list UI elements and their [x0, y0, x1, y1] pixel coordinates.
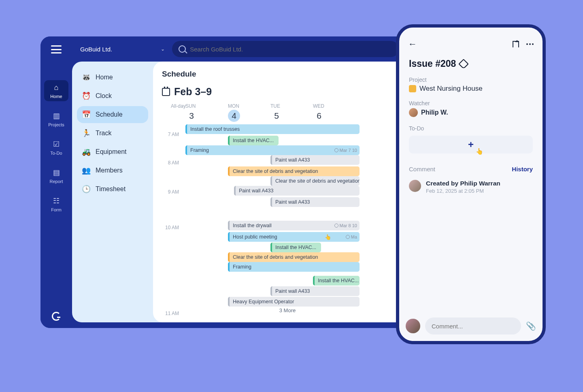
- hour-label: 8 AM: [162, 160, 182, 166]
- hour-label: 7 AM: [162, 132, 182, 137]
- rail-home-label: Home: [50, 94, 62, 99]
- equipment-icon: 🚜: [82, 147, 91, 156]
- rail-form-label: Form: [51, 207, 62, 212]
- sidebar-item-equipment[interactable]: 🚜Equipment: [77, 143, 148, 160]
- allday-label: All-day: [171, 103, 186, 109]
- comment-input-wrap[interactable]: [425, 317, 521, 334]
- todo-icon: ☑: [51, 139, 61, 149]
- avatar-icon: [409, 180, 421, 192]
- hour-label: 10 AM: [162, 225, 182, 230]
- comment-bar: 📎: [399, 311, 543, 341]
- day-col-wed[interactable]: WED6: [313, 103, 355, 122]
- day-col-sun[interactable]: SUN3: [185, 103, 228, 122]
- sidebar-item-track[interactable]: 🏃Track: [77, 125, 148, 142]
- event-block[interactable]: Paint wall A433: [270, 286, 360, 296]
- sidebar-item-schedule[interactable]: 📅Schedule: [77, 106, 148, 123]
- event-block[interactable]: Paint wall A433: [270, 155, 360, 165]
- menu-icon[interactable]: [51, 45, 62, 53]
- avatar-icon: [409, 108, 418, 117]
- comment-input[interactable]: [432, 323, 515, 330]
- project-row[interactable]: West Nursing House: [399, 83, 543, 100]
- rail-todo[interactable]: ☑ To-Do: [44, 137, 68, 158]
- day-num: 4: [228, 110, 240, 122]
- project-name: West Nursing House: [419, 85, 483, 93]
- sidebar-label: Clock: [96, 92, 112, 100]
- event-block[interactable]: Clear the site of debris and vegetation: [228, 166, 360, 176]
- event-block[interactable]: Install the HVAC...: [313, 276, 360, 285]
- sidebar-item-timesheet[interactable]: 🕒Timesheet: [77, 181, 148, 198]
- date-range-text: Feb 3–9: [174, 86, 212, 98]
- icon-rail: ⌂ Home ▥ Projects ☑ To-Do ▤ Report ☷ For…: [40, 36, 72, 328]
- search-input[interactable]: [190, 46, 392, 53]
- issue-title: Issue #208: [409, 58, 456, 69]
- watcher-label: Watcher: [399, 100, 543, 107]
- more-icon[interactable]: [526, 43, 534, 45]
- share-icon[interactable]: [513, 41, 519, 47]
- search-bar[interactable]: [172, 41, 399, 57]
- cursor-hand-icon: 👆: [325, 234, 331, 240]
- sidebar-item-home[interactable]: 🦝Home: [77, 69, 148, 86]
- edit-icon[interactable]: [459, 59, 469, 69]
- sidebar-label: Home: [96, 74, 113, 81]
- event-block[interactable]: Install the HVAC...: [270, 243, 321, 252]
- attach-icon[interactable]: 📎: [526, 321, 536, 331]
- search-icon: [179, 45, 186, 53]
- day-num: 5: [270, 110, 283, 122]
- form-icon: ☷: [51, 196, 61, 206]
- event-block[interactable]: Framing Mar 7 10: [185, 145, 360, 155]
- sidebar-label: Equipment: [96, 148, 127, 156]
- rail-report-label: Report: [49, 179, 63, 184]
- rail-home[interactable]: ⌂ Home: [44, 80, 68, 101]
- event-block[interactable]: Install the roof trusses: [185, 124, 360, 134]
- rail-projects[interactable]: ▥ Projects: [44, 109, 68, 130]
- org-selector[interactable]: GoBuid Ltd. ⌄: [80, 46, 165, 53]
- sidebar-item-clock[interactable]: ⏰Clock: [77, 87, 148, 104]
- rail-todo-label: To-Do: [50, 151, 62, 156]
- sidebar-label: Timesheet: [96, 185, 126, 193]
- brand-logo-icon: [52, 312, 61, 321]
- event-block[interactable]: Host public meeting Ma👆: [228, 232, 360, 242]
- event-block[interactable]: Paint wall A433: [234, 186, 360, 196]
- sidebar-item-members[interactable]: 👥Members: [77, 162, 148, 179]
- tab-comment[interactable]: Comment: [409, 166, 435, 173]
- add-todo-button[interactable]: + 👆: [409, 136, 533, 153]
- clock-icon: ⏰: [82, 92, 91, 100]
- projects-icon: ▥: [51, 111, 61, 121]
- issue-detail-phone: ← Issue #208 Project West Nursing House …: [396, 24, 546, 344]
- event-block[interactable]: Framing: [228, 262, 360, 272]
- track-icon: 🏃: [82, 129, 91, 138]
- chevron-down-icon: ⌄: [161, 46, 165, 52]
- activity-text: Created by Philip Warran: [426, 180, 500, 187]
- day-num: 3: [185, 110, 198, 122]
- plus-icon: +: [468, 139, 474, 150]
- more-events[interactable]: 3 More: [247, 307, 328, 313]
- event-block[interactable]: Clear the site of debris and vegetation: [270, 176, 360, 186]
- event-block[interactable]: Install the HVAC...: [228, 136, 279, 145]
- event-block[interactable]: Heavy Equipment Operator: [228, 297, 360, 307]
- calendar-icon: 📅: [82, 110, 91, 119]
- rail-form[interactable]: ☷ Form: [44, 194, 68, 215]
- event-meta: Ma: [346, 234, 357, 239]
- tab-history[interactable]: History: [512, 166, 533, 173]
- back-icon[interactable]: ←: [408, 39, 417, 49]
- timesheet-icon: 🕒: [82, 185, 91, 194]
- hour-label: 9 AM: [162, 189, 182, 195]
- project-color-chip: [409, 85, 416, 92]
- watcher-name: Philip W.: [421, 109, 448, 116]
- event-block[interactable]: Paint wall A433: [270, 197, 360, 207]
- avatar-icon: [406, 319, 420, 333]
- dow: WED: [313, 103, 355, 109]
- event-meta: Mar 7 10: [334, 148, 357, 153]
- cursor-hand-icon: 👆: [476, 148, 483, 155]
- watcher-row[interactable]: Philip W.: [399, 107, 543, 125]
- rail-report[interactable]: ▤ Report: [44, 165, 68, 186]
- day-col-tue[interactable]: TUE5: [270, 103, 313, 122]
- todo-label: To-Do: [409, 125, 533, 132]
- org-name: GoBuid Ltd.: [80, 46, 112, 53]
- hour-label: 11 AM: [162, 311, 182, 316]
- day-col-mon[interactable]: MON4: [228, 103, 270, 122]
- event-block[interactable]: Clear the site of debris and vegetation: [228, 252, 360, 262]
- calendar-outline-icon: [162, 88, 170, 96]
- event-block[interactable]: Install the drywall Mar 8 10: [228, 221, 360, 230]
- issue-tabs: Comment History: [399, 160, 543, 177]
